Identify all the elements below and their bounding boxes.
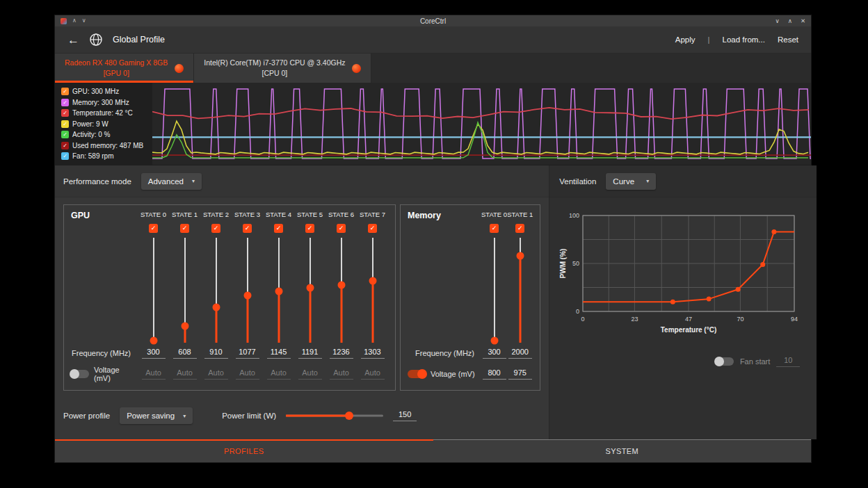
voltage-value[interactable]: 800 xyxy=(483,368,506,380)
power-profile-dropdown[interactable]: Power saving xyxy=(120,407,193,424)
slider-handle[interactable] xyxy=(275,288,282,295)
slider-handle[interactable] xyxy=(516,252,524,259)
voltage-value[interactable]: Auto xyxy=(173,368,197,380)
state-checkbox[interactable] xyxy=(305,224,314,233)
slider-handle[interactable] xyxy=(150,336,157,344)
voltage-value[interactable]: Auto xyxy=(298,368,322,380)
titlebar: ∧ ∨ CoreCtrl ∨ ∧ ✕ xyxy=(55,15,811,26)
series-checkbox[interactable] xyxy=(61,109,69,117)
state-checkbox[interactable] xyxy=(211,224,220,233)
frequency-value[interactable]: 1145 xyxy=(267,348,291,359)
legend-item: Used memory: 487 MB xyxy=(61,142,146,149)
series-checkbox[interactable] xyxy=(61,120,69,128)
tab-system[interactable]: SYSTEM xyxy=(433,439,812,462)
state-checkbox[interactable] xyxy=(243,224,252,233)
slider-handle[interactable] xyxy=(181,322,188,330)
frequency-slider[interactable] xyxy=(138,238,169,343)
voltage-value[interactable]: Auto xyxy=(361,368,385,380)
voltage-value[interactable]: Auto xyxy=(267,368,291,380)
series-checkbox[interactable] xyxy=(61,88,69,95)
frequency-slider[interactable] xyxy=(263,238,294,343)
series-checkbox[interactable] xyxy=(61,152,69,160)
voltage-value[interactable]: Auto xyxy=(142,368,166,380)
frequency-value[interactable]: 1303 xyxy=(361,348,385,359)
frequency-slider[interactable] xyxy=(200,238,232,343)
svg-text:47: 47 xyxy=(685,316,692,323)
frequency-slider[interactable] xyxy=(357,238,388,343)
gpu-voltage-toggle[interactable] xyxy=(71,370,89,378)
tab-gpu[interactable]: Radeon RX 480 Gaming X 8GB [GPU 0] xyxy=(55,54,194,83)
state-checkbox[interactable] xyxy=(180,224,189,233)
tab-profiles[interactable]: PROFILES xyxy=(55,439,433,462)
chevron-down-icon[interactable]: ∨ xyxy=(82,18,86,24)
state-checkbox[interactable] xyxy=(149,224,158,233)
state-checkbox[interactable] xyxy=(337,224,346,233)
frequency-value[interactable]: 300 xyxy=(483,348,506,359)
titlebar-left: ∧ ∨ xyxy=(61,18,86,24)
apply-button[interactable]: Apply xyxy=(675,35,696,44)
voltage-value[interactable]: Auto xyxy=(204,368,228,380)
chevron-down-icon xyxy=(646,178,649,184)
toggle-knob xyxy=(70,369,79,379)
memory-panel: Memory Frequency (MHz) Voltage (mV) STAT… xyxy=(400,204,540,391)
series-checkbox[interactable] xyxy=(61,99,69,106)
legend-item: Activity: 0 % xyxy=(61,131,146,138)
frequency-slider[interactable] xyxy=(294,238,326,343)
memory-frequency-label: Frequency (MHz) xyxy=(408,343,481,364)
legend-item: Temperature: 42 °C xyxy=(61,109,146,117)
voltage-value[interactable]: 975 xyxy=(508,368,532,380)
ventilation-mode-dropdown[interactable]: Curve xyxy=(606,173,656,190)
frequency-slider[interactable] xyxy=(507,238,533,343)
slider-handle[interactable] xyxy=(243,292,251,300)
tab-cpu[interactable]: Intel(R) Core(TM) i7-3770 CPU @ 3.40GHz … xyxy=(194,54,371,83)
state-checkbox[interactable] xyxy=(515,224,524,233)
frequency-value[interactable]: 300 xyxy=(142,348,166,359)
state-column: STATE 0 300 800 xyxy=(481,211,507,384)
state-checkbox[interactable] xyxy=(274,224,283,233)
frequency-value[interactable]: 1236 xyxy=(330,348,353,359)
fan-start-toggle[interactable] xyxy=(716,357,734,366)
frequency-slider[interactable] xyxy=(232,238,263,343)
state-column: STATE 2 910 Auto xyxy=(200,211,232,384)
frequency-value[interactable]: 910 xyxy=(204,348,228,359)
state-column: STATE 1 608 Auto xyxy=(169,211,200,384)
close-button[interactable]: ✕ xyxy=(801,18,805,24)
frequency-value[interactable]: 1191 xyxy=(298,348,322,359)
frequency-value[interactable]: 1077 xyxy=(236,348,259,359)
frequency-slider[interactable] xyxy=(481,238,507,343)
svg-text:100: 100 xyxy=(569,212,579,219)
series-checkbox[interactable] xyxy=(61,131,69,138)
legend-item: GPU: 300 MHz xyxy=(61,88,146,95)
memory-voltage-toggle[interactable] xyxy=(408,370,426,378)
slider-handle[interactable] xyxy=(490,336,498,344)
slider-handle[interactable] xyxy=(345,412,353,420)
frequency-slider[interactable] xyxy=(169,238,200,343)
minimize-button[interactable]: ∨ xyxy=(775,18,779,24)
power-limit-slider[interactable] xyxy=(286,411,383,421)
chevron-up-icon[interactable]: ∧ xyxy=(72,18,77,24)
load-from-button[interactable]: Load from... xyxy=(723,35,765,44)
frequency-value[interactable]: 2000 xyxy=(508,348,532,359)
back-button[interactable] xyxy=(67,34,79,46)
slider-fill xyxy=(215,307,217,343)
power-limit-value[interactable]: 150 xyxy=(393,410,417,421)
voltage-value[interactable]: Auto xyxy=(236,368,259,380)
state-checkbox[interactable] xyxy=(490,224,499,233)
fan-curve-chart[interactable]: 023477094050100Temperature (°C)PWM (%) xyxy=(558,207,803,343)
slider-handle[interactable] xyxy=(306,284,314,292)
main-content: Performance mode Advanced GPU Frequency … xyxy=(55,165,811,439)
state-checkbox[interactable] xyxy=(368,224,377,233)
voltage-value[interactable]: Auto xyxy=(330,368,353,380)
slider-handle[interactable] xyxy=(337,281,345,288)
reset-button[interactable]: Reset xyxy=(778,35,798,44)
slider-handle[interactable] xyxy=(212,303,220,311)
frequency-slider[interactable] xyxy=(326,238,357,343)
frequency-value[interactable]: 608 xyxy=(173,348,197,359)
fan-start-value[interactable]: 10 xyxy=(776,356,800,367)
performance-mode-dropdown[interactable]: Advanced xyxy=(141,173,202,190)
series-checkbox[interactable] xyxy=(61,142,69,149)
gpu-voltage-label: Voltage (mV) xyxy=(94,366,138,382)
slider-track xyxy=(153,238,154,343)
maximize-button[interactable]: ∧ xyxy=(788,18,792,24)
slider-handle[interactable] xyxy=(369,277,376,284)
